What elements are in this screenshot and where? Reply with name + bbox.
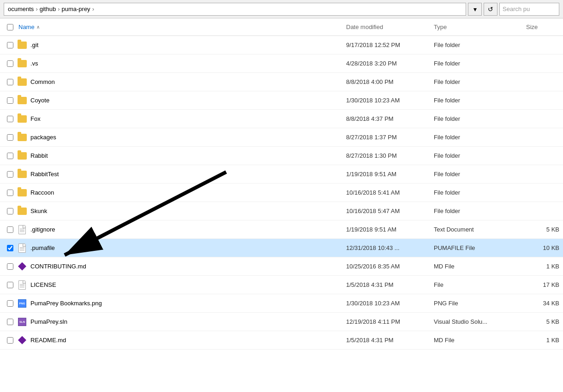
table-row[interactable]: .git 9/17/2018 12:52 PM File folder [0, 36, 563, 54]
row-checkbox-14[interactable] [4, 282, 17, 288]
row-checkbox-13[interactable] [4, 263, 17, 270]
table-row[interactable]: .vs 4/28/2018 3:20 PM File folder [0, 54, 563, 73]
breadcrumb-sep-3: › [92, 6, 94, 12]
folder-icon [18, 152, 27, 160]
row-checkbox-11[interactable] [4, 226, 17, 233]
file-date: 8/27/2018 1:30 PM [346, 152, 434, 159]
file-checkbox[interactable] [7, 116, 13, 122]
folder-icon [18, 97, 27, 104]
row-checkbox-5[interactable] [4, 116, 17, 122]
row-checkbox-10[interactable] [4, 208, 17, 214]
row-checkbox-2[interactable] [4, 60, 17, 67]
table-row[interactable]: .pumafile 12/31/2018 10:43 ... PUMAFILE … [0, 239, 563, 257]
file-checkbox[interactable] [7, 153, 13, 159]
header-date[interactable]: Date modified [346, 24, 434, 30]
row-checkbox-6[interactable] [4, 134, 17, 141]
table-row[interactable]: packages 8/27/2018 1:37 PM File folder [0, 128, 563, 147]
file-checkbox[interactable] [7, 319, 13, 325]
file-checkbox[interactable] [7, 134, 13, 141]
file-name: Rabbit [30, 152, 346, 159]
search-placeholder: Search pu [503, 6, 530, 12]
select-all-checkbox[interactable] [7, 24, 13, 30]
row-checkbox-17[interactable] [4, 337, 17, 344]
file-icon-14 [17, 279, 28, 291]
table-row[interactable]: Rabbit 8/27/2018 1:30 PM File folder [0, 147, 563, 165]
breadcrumb-sep-1: › [36, 6, 37, 12]
file-checkbox[interactable] [7, 79, 13, 85]
file-checkbox[interactable] [7, 245, 13, 251]
file-checkbox[interactable] [7, 171, 13, 178]
header-type[interactable]: Type [434, 24, 526, 30]
file-date: 1/5/2018 4:31 PM [346, 337, 434, 344]
file-icon-9 [17, 187, 28, 198]
document-icon [18, 225, 26, 234]
table-row[interactable]: PNG PumaPrey Bookmarks.png 1/30/2018 10:… [0, 294, 563, 313]
row-checkbox-7[interactable] [4, 153, 17, 159]
file-date: 10/16/2018 5:47 AM [346, 208, 434, 214]
file-size: 5 KB [526, 226, 563, 233]
file-checkbox[interactable] [7, 226, 13, 233]
file-type: File folder [434, 189, 526, 196]
file-icon-11 [17, 224, 28, 235]
row-checkbox-3[interactable] [4, 79, 17, 85]
row-checkbox-12[interactable] [4, 245, 17, 251]
table-row[interactable]: Raccoon 10/16/2018 5:41 AM File folder [0, 184, 563, 202]
table-row[interactable]: Skunk 10/16/2018 5:47 AM File folder [0, 202, 563, 220]
row-checkbox-15[interactable] [4, 300, 17, 307]
file-checkbox[interactable] [7, 190, 13, 196]
file-checkbox[interactable] [7, 208, 13, 214]
table-row[interactable]: SLN PumaPrey.sln 12/19/2018 4:11 PM Visu… [0, 313, 563, 331]
search-box[interactable]: Search pu [499, 3, 559, 16]
file-date: 10/25/2016 8:35 AM [346, 263, 434, 270]
row-checkbox-16[interactable] [4, 319, 17, 325]
file-checkbox[interactable] [7, 42, 13, 48]
file-name: .git [30, 42, 346, 48]
table-row[interactable]: CONTRIBUTING.md 10/25/2016 8:35 AM MD Fi… [0, 257, 563, 276]
file-date: 10/16/2018 5:41 AM [346, 189, 434, 196]
sort-arrow-icon: ∧ [36, 24, 40, 30]
file-type: File folder [434, 152, 526, 159]
file-size: 5 KB [526, 318, 563, 325]
vs-icon [18, 262, 26, 271]
file-name: Raccoon [30, 189, 346, 196]
row-checkbox-9[interactable] [4, 190, 17, 196]
header-size[interactable]: Size [526, 24, 563, 30]
folder-icon [18, 42, 27, 49]
file-checkbox[interactable] [7, 300, 13, 307]
file-type: File folder [434, 134, 526, 141]
file-date: 1/30/2018 10:23 AM [346, 97, 434, 104]
table-row[interactable]: Common 8/8/2018 4:00 PM File folder [0, 73, 563, 91]
file-icon-6 [17, 132, 28, 143]
folder-icon [18, 189, 27, 196]
file-checkbox[interactable] [7, 337, 13, 344]
file-name: LICENSE [30, 281, 346, 288]
document-icon [18, 280, 26, 290]
header-name[interactable]: Name ∧ [17, 24, 346, 30]
breadcrumb[interactable]: ocuments › github › puma-prey › [4, 3, 466, 16]
table-row[interactable]: LICENSE 1/5/2018 4:31 PM File 17 KB [0, 276, 563, 294]
table-row[interactable]: Coyote 1/30/2018 10:23 AM File folder [0, 91, 563, 110]
row-checkbox-1[interactable] [4, 42, 17, 48]
file-icon-3 [17, 77, 28, 88]
row-checkbox-8[interactable] [4, 171, 17, 178]
table-row[interactable]: README.md 1/5/2018 4:31 PM MD File 1 KB [0, 331, 563, 350]
file-name: RabbitTest [30, 171, 346, 178]
address-bar: ocuments › github › puma-prey › ▾ ↺ Sear… [0, 0, 563, 18]
file-date: 1/19/2018 9:51 AM [346, 226, 434, 233]
file-checkbox[interactable] [7, 282, 13, 288]
header-checkbox[interactable] [4, 24, 17, 30]
file-date: 8/8/2018 4:00 PM [346, 78, 434, 85]
file-checkbox[interactable] [7, 263, 13, 270]
table-row[interactable]: Fox 8/8/2018 4:37 PM File folder [0, 110, 563, 128]
row-checkbox-4[interactable] [4, 97, 17, 104]
file-checkbox[interactable] [7, 97, 13, 104]
dropdown-button[interactable]: ▾ [468, 3, 482, 16]
file-icon-13 [17, 261, 28, 272]
file-checkbox[interactable] [7, 60, 13, 67]
file-date: 1/30/2018 10:23 AM [346, 300, 434, 307]
file-name: PumaPrey Bookmarks.png [30, 300, 346, 307]
table-row[interactable]: .gitignore 1/19/2018 9:51 AM Text Docume… [0, 220, 563, 239]
file-type: File folder [434, 208, 526, 214]
refresh-button[interactable]: ↺ [484, 3, 497, 16]
table-row[interactable]: RabbitTest 1/19/2018 9:51 AM File folder [0, 165, 563, 184]
